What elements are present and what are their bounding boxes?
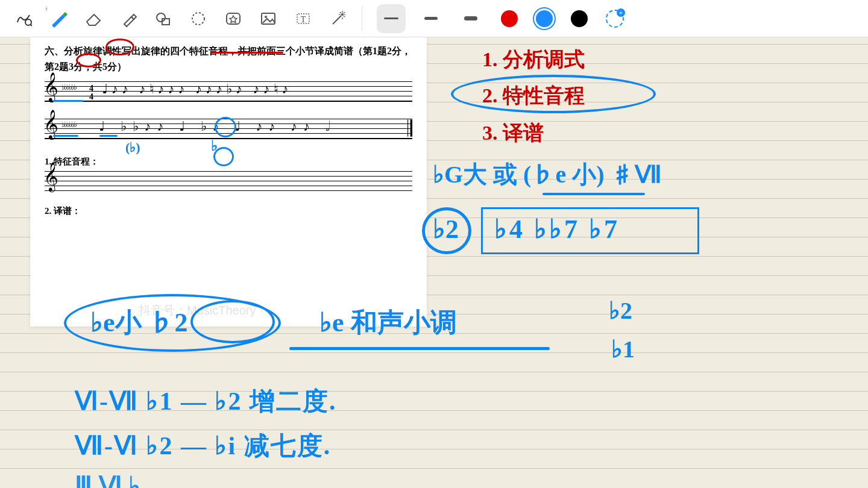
color-red[interactable] — [501, 10, 518, 27]
wand-icon — [329, 10, 347, 28]
color-blue[interactable] — [536, 10, 553, 27]
scribble-icon — [15, 10, 32, 27]
svg-point-2 — [157, 13, 165, 22]
stamp-tool[interactable] — [217, 4, 250, 33]
image-icon — [260, 10, 277, 27]
text-icon: T — [295, 10, 312, 27]
stroke-thick[interactable] — [456, 4, 485, 33]
treble-clef-icon: 𝄞 — [43, 111, 58, 137]
pen-icon — [48, 8, 69, 29]
worksheet-title: 六、分析旋律调性写出旋律的四个特征音程，并把前面三个小节译成简谱（第1题2分，第… — [45, 43, 412, 74]
toolbar: ᚼ T + — [0, 0, 868, 37]
pen-tool[interactable]: ᚼ — [42, 4, 75, 33]
svg-line-1 — [30, 24, 32, 26]
svg-text:T: T — [301, 15, 306, 24]
q1-label: 1. 特征音程： — [45, 156, 412, 167]
shapes-tool[interactable] — [147, 4, 180, 33]
toolbar-separator — [362, 7, 362, 31]
staff-line-3: 𝄞 — [45, 171, 412, 191]
stroke-width-group — [377, 4, 485, 33]
eraser-icon — [84, 11, 102, 27]
canvas[interactable]: 六、分析旋律调性写出旋律的四个特征音程，并把前面三个小节译成简谱（第1题2分，第… — [0, 37, 868, 488]
stroke-thin[interactable] — [377, 4, 406, 33]
shapes-icon — [155, 10, 172, 27]
star-icon — [225, 10, 242, 27]
svg-point-11 — [341, 13, 344, 16]
plus-icon: + — [617, 8, 625, 17]
laser-tool[interactable] — [322, 4, 354, 33]
svg-line-10 — [333, 16, 341, 24]
stroke-medium[interactable] — [417, 4, 445, 33]
highlighter-tool[interactable] — [112, 4, 145, 33]
watermark: 抖音号：MusicTheory — [139, 302, 256, 319]
text-tool[interactable]: T — [287, 4, 319, 33]
image-tool[interactable] — [252, 4, 285, 33]
worksheet: 六、分析旋律调性写出旋律的四个特征音程，并把前面三个小节译成简谱（第1题2分，第… — [30, 37, 427, 327]
lasso-icon — [190, 10, 207, 27]
bluetooth-icon: ᚼ — [45, 5, 48, 12]
lasso-tool[interactable] — [182, 4, 215, 33]
staff-line-1: 𝄞 ♭♭♭♭♭♭ 4 4 ♩♪♪ ♪♮♪♪♪ ♪♪♪♭♪ ♪♪♮♪ — [45, 81, 412, 105]
staff-line-2: 𝄞 ♭♭♭♭♭♭ ♩ ♭♭♪♪ ♩ ♭♪ ♩ ♪♪ ♪♪ 𝅗𝅥 𝄂 — [45, 119, 412, 143]
color-black[interactable] — [571, 10, 588, 27]
highlighter-icon — [119, 10, 137, 28]
svg-point-4 — [192, 13, 204, 25]
scribble-tool[interactable] — [7, 4, 40, 33]
svg-point-7 — [265, 16, 267, 18]
add-color-button[interactable]: + — [606, 10, 624, 28]
treble-clef-icon: 𝄞 — [43, 74, 58, 99]
q2-label: 2. 译谱： — [45, 205, 412, 217]
eraser-tool[interactable] — [77, 4, 110, 33]
treble-clef-icon: 𝄞 — [43, 164, 58, 189]
